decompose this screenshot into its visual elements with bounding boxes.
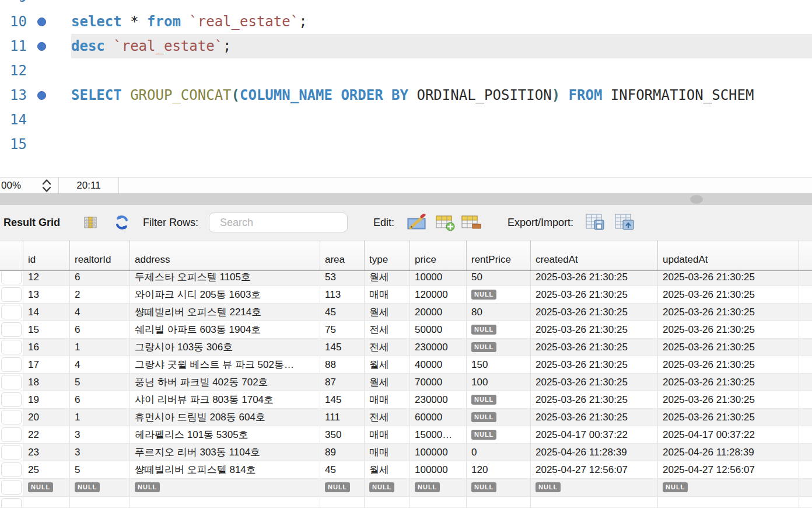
table-row[interactable]: 196샤이 리버뷰 파크 803동 1704호145매매230000NULL20… — [0, 391, 812, 409]
table-row[interactable]: 132와이파크 시티 205동 1603호113매매120000NULL2025… — [0, 286, 812, 304]
cell-address[interactable]: 풍님 하버 파크빌 402동 702호 — [130, 374, 320, 391]
column-header-updatedAt[interactable]: updatedAt — [658, 241, 799, 270]
column-header-id[interactable]: id — [23, 241, 70, 270]
cell-type[interactable]: 월세 — [365, 304, 410, 321]
table-row[interactable]: 126두제스타 오피스텔 1105호53월세10000502025-03-26 … — [0, 271, 812, 286]
cell-createdAt[interactable]: 2025-04-26 11:28:39 — [531, 444, 658, 461]
cell-updatedAt[interactable]: 2025-03-26 21:30:25 — [658, 374, 799, 391]
cell-price[interactable]: 40000 — [410, 356, 467, 374]
table-row[interactable]: 233푸르지오 리버 303동 1104호89매매10000002025-04-… — [0, 444, 812, 461]
cell-address[interactable]: NULL — [130, 479, 320, 496]
cell-updatedAt[interactable]: 2025-03-26 21:30:25 — [658, 339, 799, 356]
cell-price[interactable]: 10000 — [410, 271, 467, 286]
cell-area[interactable]: 88 — [320, 356, 365, 374]
cell-createdAt[interactable]: NULL — [531, 479, 658, 496]
table-row[interactable]: 223헤라펠리스 101동 5305호350매매15000…NULL2025-0… — [0, 426, 812, 444]
cell-realtorId[interactable]: 4 — [70, 356, 130, 374]
row-selector[interactable] — [0, 444, 23, 461]
cell-createdAt[interactable]: 2025-03-26 21:30:25 — [531, 374, 658, 391]
cell-rentPrice[interactable]: NULL — [467, 479, 531, 496]
cell-type[interactable]: 월세 — [365, 461, 410, 479]
cell-updatedAt[interactable]: 2025-03-26 21:30:25 — [658, 304, 799, 321]
cell-id[interactable]: 17 — [23, 356, 70, 374]
cell-type[interactable]: 월세 — [365, 374, 410, 391]
cell-updatedAt[interactable]: 2025-03-26 21:30:25 — [658, 321, 799, 339]
cell-id[interactable]: 14 — [23, 304, 70, 321]
cell-address[interactable]: 두제스타 오피스텔 1105호 — [130, 271, 320, 286]
cell-type[interactable]: 매매 — [365, 444, 410, 461]
cell-createdAt[interactable]: 2025-03-26 21:30:25 — [531, 409, 658, 426]
row-selector-header[interactable] — [0, 241, 23, 270]
row-selector[interactable] — [0, 356, 23, 374]
cell-realtorId[interactable]: 5 — [70, 374, 130, 391]
cell-id[interactable]: 19 — [23, 391, 70, 409]
cell-address[interactable]: 와이파크 시티 205동 1603호 — [130, 286, 320, 304]
cell-realtorId[interactable]: 6 — [70, 321, 130, 339]
cell-type[interactable]: 매매 — [365, 286, 410, 304]
row-selector[interactable] — [0, 461, 23, 479]
cell-realtorId[interactable]: 6 — [70, 391, 130, 409]
cell-address[interactable]: 썅떼빌리버 오피스텔 814호 — [130, 461, 320, 479]
cell-updatedAt[interactable]: NULL — [658, 479, 799, 496]
cell-createdAt[interactable]: 2025-03-26 21:30:25 — [531, 286, 658, 304]
insert-row-button[interactable] — [435, 214, 455, 231]
cell-rentPrice[interactable]: 0 — [467, 444, 531, 461]
cell-realtorId[interactable]: 3 — [70, 444, 130, 461]
column-header-realtorId[interactable]: realtorId — [70, 241, 130, 270]
cell-type[interactable]: NULL — [365, 479, 410, 496]
cell-id[interactable]: 20 — [23, 409, 70, 426]
column-header-area[interactable]: area — [320, 241, 365, 270]
cell-rentPrice[interactable]: 120 — [467, 461, 531, 479]
column-header-type[interactable]: type — [365, 241, 410, 270]
cell-updatedAt[interactable]: 2025-03-26 21:30:25 — [658, 391, 799, 409]
cell-price[interactable]: 70000 — [410, 374, 467, 391]
cell-price[interactable]: 100000 — [410, 444, 467, 461]
cell-area[interactable]: 113 — [320, 286, 365, 304]
code-line-12[interactable]: 12 — [0, 58, 812, 83]
cell-updatedAt[interactable]: 2025-03-26 21:30:25 — [658, 286, 799, 304]
cell-createdAt[interactable]: 2025-04-27 12:56:07 — [531, 461, 658, 479]
cell-id[interactable]: 25 — [23, 461, 70, 479]
cell-createdAt[interactable]: 2025-03-26 21:30:25 — [531, 321, 658, 339]
row-selector[interactable] — [0, 409, 23, 426]
cell-rentPrice[interactable]: NULL — [467, 339, 531, 356]
cell-realtorId[interactable]: 1 — [70, 409, 130, 426]
cell-rentPrice[interactable]: NULL — [467, 321, 531, 339]
cell-id[interactable]: NULL — [23, 479, 70, 496]
cell-id[interactable]: 16 — [23, 339, 70, 356]
row-selector[interactable] — [0, 391, 23, 409]
table-row[interactable]: 185풍님 하버 파크빌 402동 702호87월세700001002025-0… — [0, 374, 812, 391]
cell-realtorId[interactable]: 3 — [70, 426, 130, 444]
cell-area[interactable]: 350 — [320, 426, 365, 444]
cell-price[interactable]: 50000 — [410, 321, 467, 339]
delete-row-button[interactable] — [461, 214, 482, 231]
cell-price[interactable]: 120000 — [410, 286, 467, 304]
cell-realtorId[interactable]: 5 — [70, 461, 130, 479]
row-selector[interactable] — [0, 426, 23, 444]
cell-rentPrice[interactable]: NULL — [467, 409, 531, 426]
partial-row[interactable] — [0, 496, 812, 508]
cell-area[interactable]: 75 — [320, 321, 365, 339]
cell-createdAt[interactable]: 2025-03-26 21:30:25 — [531, 339, 658, 356]
code-line-9[interactable]: 9 — [0, 0, 812, 9]
toggle-grid-columns-button[interactable] — [83, 215, 97, 229]
table-row[interactable]: 161그랑시아 103동 306호145전세230000NULL2025-03-… — [0, 339, 812, 356]
row-selector[interactable] — [0, 339, 23, 356]
cell-area[interactable]: 53 — [320, 271, 365, 286]
cell-id[interactable]: 15 — [23, 321, 70, 339]
cell-createdAt[interactable]: 2025-03-26 21:30:25 — [531, 271, 658, 286]
code-line-14[interactable]: 14 — [0, 107, 812, 132]
row-selector[interactable] — [0, 271, 23, 286]
import-records-button[interactable] — [614, 213, 635, 232]
cell-createdAt[interactable]: 2025-04-17 00:37:22 — [531, 426, 658, 444]
new-row-placeholder[interactable]: NULLNULLNULLNULLNULLNULLNULLNULLNULL — [0, 479, 812, 496]
cell-area[interactable]: 87 — [320, 374, 365, 391]
code-line-13[interactable]: 13SELECT GROUP_CONCAT(COLUMN_NAME ORDER … — [0, 83, 812, 107]
cell-price[interactable]: 230000 — [410, 391, 467, 409]
cell-rentPrice[interactable]: NULL — [467, 286, 531, 304]
search-input[interactable] — [220, 217, 355, 229]
cell-rentPrice[interactable]: 50 — [467, 271, 531, 286]
cell-address[interactable]: 헤라펠리스 101동 5305호 — [130, 426, 320, 444]
cell-rentPrice[interactable]: 150 — [467, 356, 531, 374]
zoom-stepper[interactable] — [35, 178, 58, 194]
